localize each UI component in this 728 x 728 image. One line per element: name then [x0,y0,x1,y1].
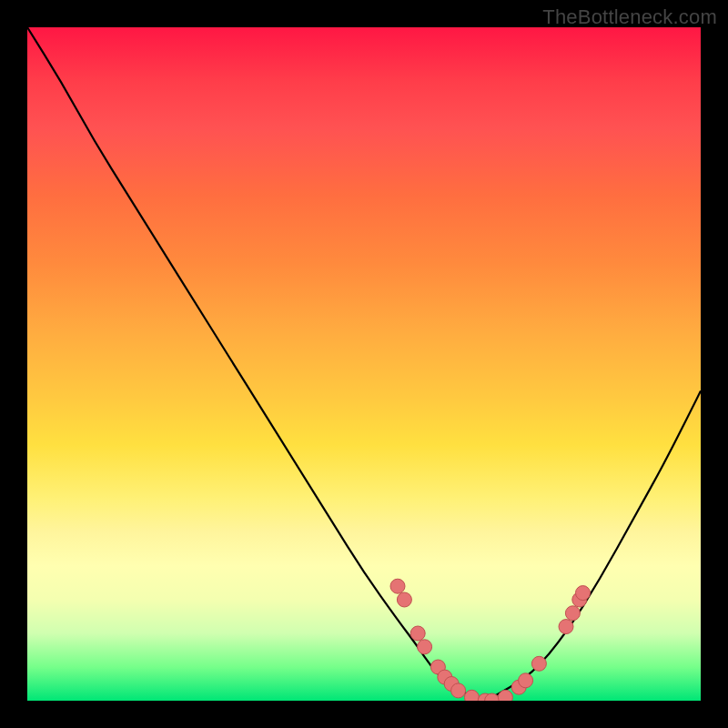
data-marker [418,640,432,654]
chart-svg [27,27,701,701]
data-marker [410,626,425,641]
data-marker [390,579,405,593]
data-marker [498,690,512,701]
data-marker [531,656,546,671]
data-marker [397,592,411,607]
data-marker [519,673,533,688]
data-marker [565,606,580,621]
watermark-text: TheBottleneck.com [542,5,717,29]
data-marker [451,683,466,698]
data-marker [464,690,479,701]
data-marker [576,586,591,601]
bottleneck-curve [27,27,701,699]
data-marker [559,620,573,634]
chart-container: TheBottleneck.com [0,0,728,728]
plot-area [27,27,701,701]
